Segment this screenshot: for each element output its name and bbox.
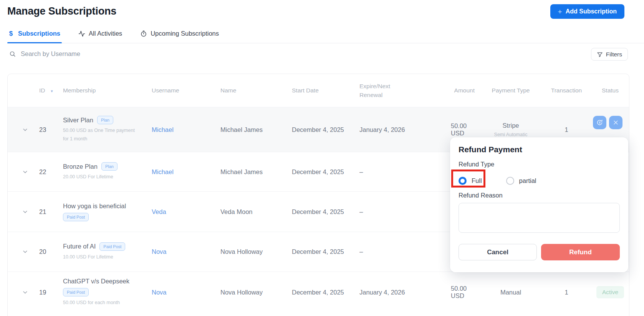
transaction-cell: 1 <box>541 272 591 313</box>
row-actions: $ <box>593 116 622 129</box>
refund-type-label: Refund Type <box>459 161 620 168</box>
radio-full[interactable]: Full <box>459 177 482 185</box>
search-icon <box>9 51 16 57</box>
name-cell: Nova Holloway <box>211 272 283 313</box>
activity-pulse-icon <box>78 30 85 37</box>
dollar-icon: $ <box>7 30 15 37</box>
tab-upcoming-subscriptions-label: Upcoming Subscriptions <box>151 30 219 37</box>
status-cell: Active <box>591 272 629 313</box>
membership-title: Bronze Plan <box>63 163 98 170</box>
amount-cell: 50.00 USD <box>442 272 480 313</box>
start-date-cell: December 4, 2025 <box>283 272 350 313</box>
name-cell: Nova Holloway <box>211 232 283 272</box>
column-header-name: Name <box>211 74 283 107</box>
tab-subscriptions[interactable]: $ Subscriptions <box>7 30 62 43</box>
modal-title: Refund Payment <box>459 145 620 154</box>
radio-full-label: Full <box>472 177 482 184</box>
column-header-expire: Expire/Next Renewal <box>350 74 442 107</box>
membership-subtext: 50.00 USD for each month <box>63 299 120 307</box>
membership-cell: How yoga is beneficial Paid Post <box>51 192 143 232</box>
column-header-id[interactable]: ID ▼ <box>31 74 51 107</box>
row-id: 21 <box>31 192 51 232</box>
radio-partial[interactable]: partial <box>506 177 536 185</box>
refund-payment-modal: Refund Payment Refund Type Full partial … <box>450 137 628 272</box>
tab-upcoming-subscriptions[interactable]: Upcoming Subscriptions <box>140 30 220 43</box>
column-header-payment-type: Payment Type <box>480 74 541 107</box>
start-date-cell: December 4, 2025 <box>283 152 350 191</box>
membership-subtext: 20.00 USD For Lifetime <box>63 173 113 181</box>
username-link[interactable]: Veda <box>152 208 166 216</box>
search-input[interactable] <box>21 50 182 58</box>
chevron-down-icon[interactable] <box>22 169 28 175</box>
username-link[interactable]: Nova <box>152 289 167 296</box>
membership-cell: Bronze Plan Plan 20.00 USD For Lifetime <box>51 152 143 191</box>
row-id: 19 <box>31 272 51 313</box>
name-cell: Veda Moon <box>211 192 283 232</box>
start-date-cell: December 4, 2025 <box>283 107 350 152</box>
membership-badge: Plan <box>101 162 118 171</box>
search-box <box>9 50 182 58</box>
expire-cell: January 4, 2026 <box>350 107 442 152</box>
filters-button[interactable]: Filters <box>591 48 628 61</box>
refund-action-button[interactable]: $ <box>593 116 606 129</box>
chevron-down-icon[interactable] <box>22 249 28 255</box>
radio-selected-icon <box>459 177 467 185</box>
chevron-down-icon[interactable] <box>22 127 28 133</box>
radio-unselected-icon <box>506 177 514 185</box>
row-id: 20 <box>31 232 51 272</box>
cancel-button[interactable]: Cancel <box>459 244 537 260</box>
membership-title: Silver Plan <box>63 117 93 124</box>
start-date-cell: December 4, 2025 <box>283 232 350 272</box>
add-subscription-label: Add Subscription <box>566 8 617 15</box>
tab-subscriptions-label: Subscriptions <box>18 30 60 37</box>
status-badge: Active <box>596 286 624 298</box>
row-id: 22 <box>31 152 51 191</box>
x-icon <box>613 120 619 125</box>
refund-button[interactable]: Refund <box>541 244 620 260</box>
membership-subtext: 50.00 USD as One Time payment for 1 mont… <box>63 127 139 143</box>
expire-cell: – <box>350 232 442 272</box>
column-header-transaction: Transaction <box>541 74 591 107</box>
start-date-cell: December 4, 2025 <box>283 192 350 232</box>
username-link[interactable]: Michael <box>152 126 174 133</box>
tab-all-activities-label: All Activities <box>89 30 122 37</box>
payment-type-cell: Manual <box>480 272 541 313</box>
membership-title: Future of AI <box>63 243 96 250</box>
name-cell: Michael James <box>211 107 283 152</box>
row-id: 23 <box>31 107 51 152</box>
column-header-membership: Membership <box>51 74 143 107</box>
membership-subtext: 10.00 USD For Lifetime <box>63 253 113 262</box>
plus-icon: + <box>558 8 562 15</box>
column-header-start-date: Start Date <box>283 74 350 107</box>
membership-title: ChatGPT v/s Deepseek <box>63 278 129 285</box>
column-header-amount: Amount <box>442 74 480 107</box>
cancel-subscription-button[interactable] <box>609 116 622 129</box>
membership-cell: Future of AI Paid Post 10.00 USD For Lif… <box>51 232 143 272</box>
add-subscription-button[interactable]: + Add Subscription <box>550 4 624 19</box>
page-header: Manage Subscriptions <box>0 0 644 18</box>
name-cell: Michael James <box>211 152 283 191</box>
chevron-down-icon[interactable] <box>22 289 28 296</box>
chevron-down-icon[interactable] <box>22 209 28 215</box>
membership-badge: Paid Post <box>63 288 89 296</box>
expire-cell: – <box>350 152 442 191</box>
username-link[interactable]: Michael <box>152 168 174 176</box>
tab-all-activities[interactable]: All Activities <box>78 30 124 43</box>
membership-badge: Plan <box>97 116 113 124</box>
username-link[interactable]: Nova <box>152 248 167 255</box>
column-header-username: Username <box>143 74 211 107</box>
tab-bar: $ Subscriptions All Activities Upcoming … <box>7 30 644 43</box>
refund-reason-textarea[interactable] <box>459 203 620 233</box>
filters-label: Filters <box>606 51 622 58</box>
stopwatch-icon <box>140 30 147 37</box>
membership-title: How yoga is beneficial <box>63 202 126 210</box>
expire-cell: – <box>350 192 442 232</box>
page-title: Manage Subscriptions <box>7 5 644 17</box>
membership-cell: Silver Plan Plan 50.00 USD as One Time p… <box>51 107 143 152</box>
refund-reason-label: Refund Reason <box>459 192 620 199</box>
toolbar: Filters <box>0 43 644 66</box>
table-row[interactable]: 19 ChatGPT v/s Deepseek Paid Post 50.00 … <box>8 272 629 313</box>
expire-cell: January 4, 2026 <box>350 272 442 313</box>
radio-partial-label: partial <box>519 177 536 184</box>
refund-dollar-icon: $ <box>596 119 603 126</box>
